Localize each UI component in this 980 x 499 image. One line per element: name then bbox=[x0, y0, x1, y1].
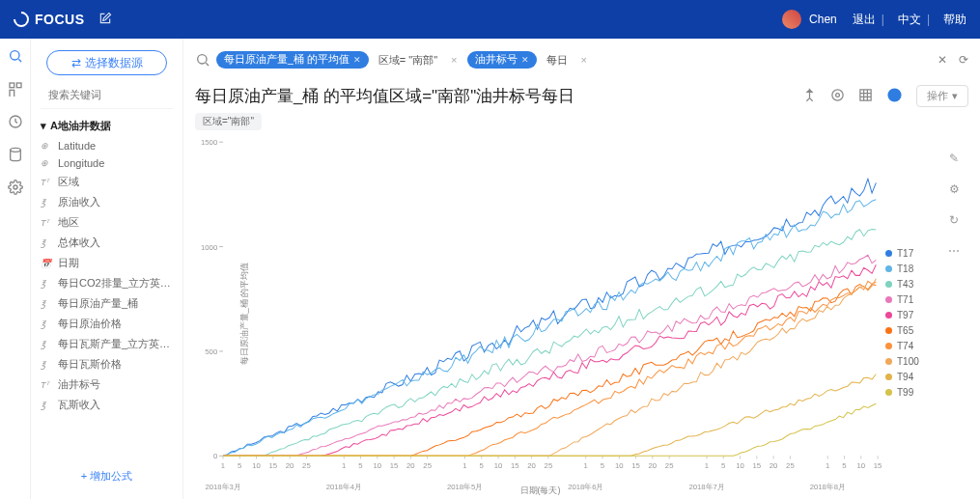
field-label: 总体收入 bbox=[58, 236, 100, 250]
dashboard-nav-icon[interactable] bbox=[8, 81, 23, 97]
field-search[interactable] bbox=[41, 85, 173, 109]
refresh-query-icon[interactable]: ⟳ bbox=[959, 53, 968, 67]
chart-view-icon[interactable] bbox=[886, 87, 903, 106]
query-text-close[interactable]: × bbox=[447, 54, 461, 66]
action-dropdown[interactable]: 操作▾ bbox=[916, 85, 968, 107]
field-item[interactable]: ℥每日瓦斯价格 bbox=[41, 356, 173, 373]
avatar[interactable] bbox=[782, 10, 801, 29]
chart-more-icon[interactable]: ⋯ bbox=[948, 244, 960, 258]
data-nav-icon[interactable] bbox=[8, 147, 23, 162]
field-item[interactable]: ℥总体收入 bbox=[41, 235, 173, 251]
field-type-icon: ℥ bbox=[41, 360, 52, 370]
svg-text:5: 5 bbox=[238, 460, 242, 469]
field-type-icon: Tᵀ bbox=[41, 380, 52, 390]
field-type-icon: ℥ bbox=[41, 198, 52, 208]
field-label: 每日瓦斯产量_立方英… bbox=[58, 337, 170, 351]
svg-text:10: 10 bbox=[857, 460, 866, 469]
query-text-close[interactable]: × bbox=[577, 54, 591, 66]
legend-dot-icon bbox=[885, 281, 892, 288]
help-link[interactable]: 帮助 bbox=[943, 12, 966, 28]
topbar: FOCUS Chen 退出 | 中文 | 帮助 bbox=[0, 0, 980, 39]
chart-refresh-icon[interactable]: ↻ bbox=[949, 213, 959, 227]
edit-icon[interactable] bbox=[98, 12, 112, 28]
field-item[interactable]: ⊕Latitude bbox=[41, 139, 173, 152]
svg-text:2018年6月: 2018年6月 bbox=[568, 483, 603, 491]
field-item[interactable]: ℥每日瓦斯产量_立方英… bbox=[41, 336, 173, 352]
query-search-icon[interactable] bbox=[195, 52, 210, 68]
field-item[interactable]: Tᵀ油井标号 bbox=[41, 376, 173, 393]
edit-chart-icon[interactable]: ✎ bbox=[949, 152, 959, 165]
field-label: 原油收入 bbox=[58, 195, 100, 209]
lang-link[interactable]: 中文 bbox=[898, 12, 921, 28]
select-datasource-button[interactable]: ⇄选择数据源 bbox=[46, 50, 167, 75]
config-icon[interactable] bbox=[830, 88, 845, 105]
legend-item[interactable]: T74 bbox=[885, 341, 939, 351]
datasource-name[interactable]: ▾A地油井数据 bbox=[41, 119, 173, 133]
svg-text:20: 20 bbox=[649, 460, 658, 469]
field-search-input[interactable] bbox=[48, 89, 182, 100]
chart-side-tools: ✎ ⚙ ↻ ⋯ bbox=[939, 132, 968, 495]
add-formula-button[interactable]: + 增加公式 bbox=[41, 461, 173, 491]
logout-link[interactable]: 退出 bbox=[853, 12, 876, 28]
logo[interactable]: FOCUS bbox=[14, 12, 85, 27]
svg-text:10: 10 bbox=[374, 460, 382, 469]
field-item[interactable]: ℥瓦斯收入 bbox=[41, 397, 173, 413]
field-item[interactable]: ℥每日原油产量_桶 bbox=[41, 295, 173, 312]
legend-item[interactable]: T99 bbox=[885, 387, 939, 398]
chip-close-icon[interactable]: ✕ bbox=[353, 55, 361, 65]
legend-dot-icon bbox=[885, 296, 892, 303]
svg-text:10: 10 bbox=[252, 460, 261, 469]
legend-item[interactable]: T97 bbox=[885, 310, 939, 320]
svg-text:20: 20 bbox=[406, 460, 415, 469]
legend-item[interactable]: T100 bbox=[885, 356, 939, 367]
field-item[interactable]: 📅日期 bbox=[41, 255, 173, 271]
search-nav-icon[interactable] bbox=[8, 48, 23, 64]
legend-item[interactable]: T94 bbox=[885, 372, 939, 382]
legend-item[interactable]: T43 bbox=[885, 279, 939, 290]
clear-query-icon[interactable]: ✕ bbox=[938, 53, 947, 67]
svg-text:1: 1 bbox=[462, 460, 467, 469]
history-nav-icon[interactable] bbox=[8, 114, 23, 129]
field-type-icon: ⊕ bbox=[41, 158, 52, 168]
legend-item[interactable]: T71 bbox=[885, 294, 939, 305]
chip-close-icon[interactable]: ✕ bbox=[521, 55, 529, 65]
svg-text:5: 5 bbox=[358, 460, 363, 469]
svg-text:10: 10 bbox=[615, 460, 624, 469]
user-name[interactable]: Chen bbox=[809, 13, 837, 26]
svg-text:20: 20 bbox=[770, 460, 778, 469]
svg-text:2018年4月: 2018年4月 bbox=[326, 483, 362, 491]
pin-icon[interactable] bbox=[802, 88, 817, 105]
field-item[interactable]: Tᵀ地区 bbox=[41, 214, 173, 231]
field-item[interactable]: ℥每日CO2排量_立方英… bbox=[41, 275, 173, 291]
table-view-icon[interactable] bbox=[858, 88, 873, 105]
svg-text:2018年7月: 2018年7月 bbox=[688, 483, 724, 491]
svg-text:2018年3月: 2018年3月 bbox=[205, 483, 240, 491]
field-type-icon: ℥ bbox=[41, 279, 52, 289]
field-item[interactable]: ⊕Longitude bbox=[41, 156, 173, 170]
legend-dot-icon bbox=[885, 389, 892, 396]
legend-item[interactable]: T17 bbox=[885, 248, 939, 259]
svg-point-9 bbox=[836, 93, 840, 97]
query-chip[interactable]: 油井标号✕ bbox=[467, 51, 537, 69]
chart-canvas[interactable]: 每日原油产量_桶 的平均值 0500100015002018年3月1510152… bbox=[195, 132, 885, 495]
field-type-icon: ℥ bbox=[41, 340, 52, 349]
field-type-icon: Tᵀ bbox=[41, 178, 52, 187]
field-type-icon: ℥ bbox=[41, 299, 52, 309]
svg-point-5 bbox=[10, 148, 20, 152]
filter-chip[interactable]: 区域="南部" bbox=[195, 113, 262, 130]
svg-text:15: 15 bbox=[631, 460, 640, 469]
field-item[interactable]: ℥每日原油价格 bbox=[41, 316, 173, 332]
y-axis-label: 每日原油产量_桶 的平均值 bbox=[238, 263, 251, 366]
chart-settings-icon[interactable]: ⚙ bbox=[949, 182, 960, 196]
field-item[interactable]: ℥原油收入 bbox=[41, 194, 173, 210]
legend-item[interactable]: T18 bbox=[885, 263, 939, 274]
legend-dot-icon bbox=[885, 250, 892, 257]
query-chip[interactable]: 每日原油产量_桶 的平均值✕ bbox=[216, 51, 369, 69]
legend-dot-icon bbox=[885, 374, 892, 380]
field-item[interactable]: Tᵀ区域 bbox=[41, 174, 173, 190]
settings-nav-icon[interactable] bbox=[8, 180, 23, 195]
legend-item[interactable]: T65 bbox=[885, 325, 939, 336]
svg-point-10 bbox=[832, 89, 843, 99]
brand-text: FOCUS bbox=[35, 12, 85, 27]
query-text: 区域= "南部" bbox=[375, 53, 441, 68]
